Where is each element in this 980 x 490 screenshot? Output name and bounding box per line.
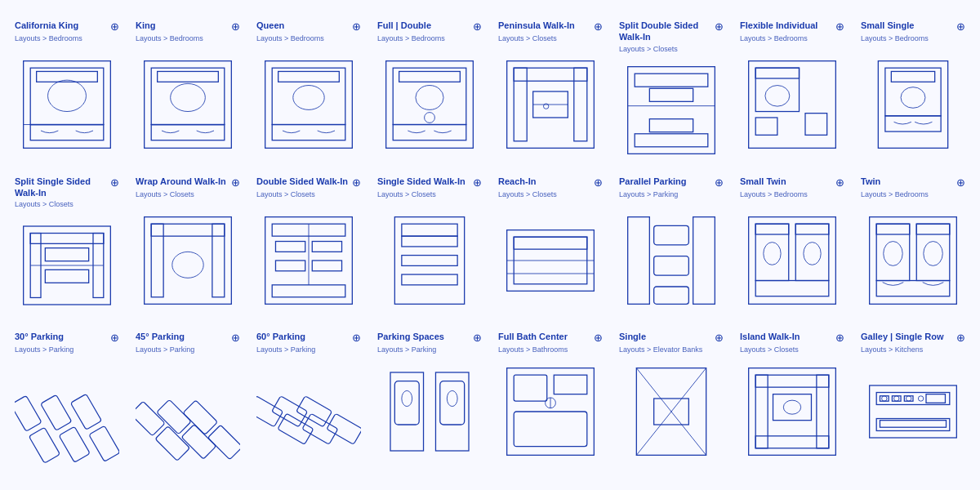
svg-rect-119 <box>394 381 419 425</box>
download-icon-60-parking[interactable]: ⊕ <box>352 332 361 344</box>
download-icon-california-king[interactable]: ⊕ <box>110 20 119 33</box>
card-wrap-around-walk-in[interactable]: Wrap Around Walk-In ⊕ Layouts > Closets <box>127 169 248 325</box>
download-icon-peninsula-walk-in[interactable]: ⊕ <box>594 20 603 33</box>
card-title-parking-spaces: Parking Spaces <box>377 331 444 342</box>
card-double-sided-walk-in[interactable]: Double Sided Walk-In ⊕ Layouts > Closets <box>248 169 369 325</box>
download-icon-queen[interactable]: ⊕ <box>352 20 361 33</box>
svg-point-17 <box>293 86 324 110</box>
svg-rect-68 <box>394 217 464 305</box>
card-galley-single-row[interactable]: Galley | Single Row ⊕ Layouts > Kitchens <box>853 324 973 471</box>
card-header-small-twin: Small Twin ⊕ <box>740 176 844 189</box>
download-icon-split-double-sided-walk-in[interactable]: ⊕ <box>715 20 724 33</box>
download-icon-parking-spaces[interactable]: ⊕ <box>473 332 482 344</box>
card-60-parking[interactable]: 60° Parking ⊕ Layouts > Parking <box>248 324 369 471</box>
svg-point-22 <box>416 86 443 110</box>
card-image-split-double-sided-walk-in <box>619 58 724 163</box>
card-header-king: King ⊕ <box>136 20 240 33</box>
svg-rect-84 <box>755 224 789 280</box>
card-parking-spaces[interactable]: Parking Spaces ⊕ Layouts > Parking <box>369 324 490 471</box>
download-icon-twin[interactable]: ⊕ <box>956 176 965 189</box>
svg-rect-62 <box>272 285 345 297</box>
card-title-single-sided-walk-in: Single Sided Walk-In <box>377 176 466 187</box>
svg-rect-39 <box>755 68 799 78</box>
card-image-king <box>136 47 240 163</box>
svg-rect-56 <box>151 224 225 236</box>
svg-rect-110 <box>207 425 240 460</box>
svg-rect-43 <box>878 61 947 149</box>
card-flexible-individual[interactable]: Flexible Individual ⊕ Layouts > Bedrooms <box>732 13 853 169</box>
card-split-single-sided-walk-in[interactable]: Split Single Sided Walk-In ⊕ Layouts > C… <box>7 169 127 325</box>
card-peninsula-walk-in[interactable]: Peninsula Walk-In ⊕ Layouts > Closets <box>490 13 611 169</box>
card-twin[interactable]: Twin ⊕ Layouts > Bedrooms <box>853 169 973 325</box>
download-icon-45-parking[interactable]: ⊕ <box>231 332 240 344</box>
card-full-double[interactable]: Full | Double ⊕ Layouts > Bedrooms <box>369 13 490 169</box>
download-icon-island-walk-in[interactable]: ⊕ <box>835 332 844 344</box>
card-single-sided-walk-in[interactable]: Single Sided Walk-In ⊕ Layouts > Closets <box>369 169 490 325</box>
card-breadcrumb-queen: Layouts > Bedrooms <box>256 34 361 42</box>
download-icon-single-sided-walk-in[interactable]: ⊕ <box>473 176 482 189</box>
card-image-small-twin <box>740 203 844 318</box>
card-island-walk-in[interactable]: Island Walk-In ⊕ Layouts > Closets <box>732 324 853 471</box>
download-icon-parallel-parking[interactable]: ⊕ <box>715 176 724 189</box>
card-small-single[interactable]: Small Single ⊕ Layouts > Bedrooms <box>853 13 973 169</box>
download-icon-double-sided-walk-in[interactable]: ⊕ <box>352 176 361 189</box>
svg-rect-33 <box>635 133 708 146</box>
card-45-parking[interactable]: 45° Parking ⊕ Layouts > Parking <box>127 324 248 471</box>
download-icon-wrap-around-walk-in[interactable]: ⊕ <box>231 176 240 189</box>
svg-rect-71 <box>402 255 457 265</box>
card-title-island-walk-in: Island Walk-In <box>740 331 800 342</box>
card-header-queen: Queen ⊕ <box>256 20 361 33</box>
card-breadcrumb-parallel-parking: Layouts > Parking <box>619 190 724 198</box>
download-icon-full-bath-center[interactable]: ⊕ <box>594 332 603 344</box>
card-parallel-parking[interactable]: Parallel Parking ⊕ Layouts > Parking <box>611 169 732 325</box>
card-split-double-sided-walk-in[interactable]: Split Double Sided Walk-In ⊕ Layouts > C… <box>611 13 732 169</box>
card-header-parallel-parking: Parallel Parking ⊕ <box>619 176 724 189</box>
svg-point-90 <box>804 242 821 265</box>
download-icon-king[interactable]: ⊕ <box>231 20 240 33</box>
card-title-double-sided-walk-in: Double Sided Walk-In <box>256 176 348 187</box>
download-icon-single[interactable]: ⊕ <box>715 332 724 344</box>
svg-rect-143 <box>880 396 889 401</box>
svg-rect-104 <box>89 426 119 462</box>
card-full-bath-center[interactable]: Full Bath Center ⊕ Layouts > Bathrooms <box>490 324 611 471</box>
svg-rect-64 <box>275 241 305 252</box>
svg-rect-95 <box>916 224 950 234</box>
card-king[interactable]: King ⊕ Layouts > Bedrooms <box>127 13 248 169</box>
svg-rect-38 <box>755 68 799 111</box>
svg-rect-67 <box>312 261 341 271</box>
card-queen[interactable]: Queen ⊕ Layouts > Bedrooms <box>248 13 369 169</box>
svg-rect-103 <box>70 394 101 430</box>
svg-rect-16 <box>272 125 345 140</box>
svg-rect-135 <box>755 375 768 448</box>
card-small-twin[interactable]: Small Twin ⊕ Layouts > Bedrooms <box>732 169 853 325</box>
download-icon-galley-single-row[interactable]: ⊕ <box>956 332 965 344</box>
download-icon-flexible-individual[interactable]: ⊕ <box>835 20 844 33</box>
card-image-queen <box>256 47 361 163</box>
download-icon-small-twin[interactable]: ⊕ <box>835 176 844 189</box>
card-title-split-double-sided-walk-in: Split Double Sided Walk-In <box>619 20 712 43</box>
card-single[interactable]: Single ⊕ Layouts > Elevator Banks <box>611 324 732 471</box>
svg-rect-53 <box>45 248 88 261</box>
download-icon-split-single-sided-walk-in[interactable]: ⊕ <box>110 176 119 189</box>
card-header-galley-single-row: Galley | Single Row ⊕ <box>861 331 965 344</box>
card-breadcrumb-full-double: Layouts > Bedrooms <box>377 34 482 42</box>
card-breadcrumb-parking-spaces: Layouts > Parking <box>377 345 482 354</box>
card-california-king[interactable]: California King ⊕ Layouts > Bedrooms <box>7 13 127 169</box>
download-icon-30-parking[interactable]: ⊕ <box>110 332 119 344</box>
card-image-island-walk-in <box>740 359 844 465</box>
card-breadcrumb-small-twin: Layouts > Bedrooms <box>740 190 844 198</box>
card-image-reach-in <box>498 203 603 318</box>
card-title-california-king: California King <box>15 20 78 31</box>
svg-rect-1 <box>30 68 104 124</box>
card-reach-in[interactable]: Reach-In ⊕ Layouts > Closets <box>490 169 611 325</box>
card-header-california-king: California King ⊕ <box>15 20 119 33</box>
download-icon-full-double[interactable]: ⊕ <box>473 20 482 33</box>
card-image-parking-spaces <box>377 359 482 465</box>
card-30-parking[interactable]: 30° Parking ⊕ Layouts > Parking <box>7 324 127 471</box>
card-image-parallel-parking <box>619 203 724 318</box>
svg-point-146 <box>882 396 887 401</box>
card-image-wrap-around-walk-in <box>136 203 240 318</box>
download-icon-reach-in[interactable]: ⊕ <box>594 176 603 189</box>
card-header-60-parking: 60° Parking ⊕ <box>256 331 361 344</box>
download-icon-small-single[interactable]: ⊕ <box>956 20 965 33</box>
